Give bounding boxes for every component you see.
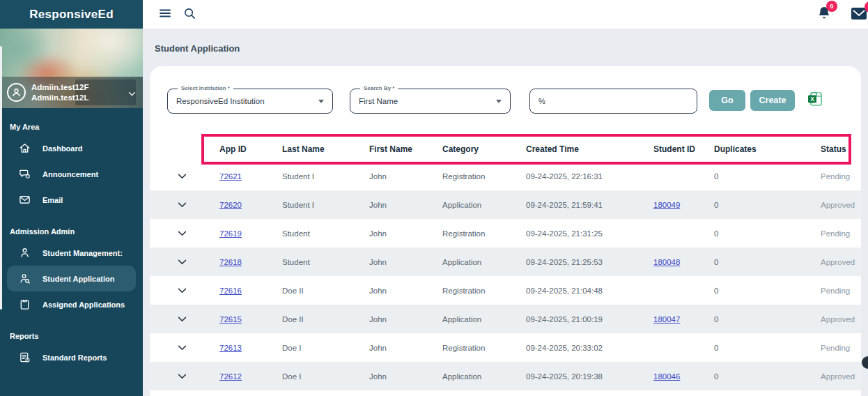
first-name-cell: John bbox=[355, 372, 428, 381]
chevron-down-icon bbox=[178, 345, 187, 351]
status-cell: Pending bbox=[807, 344, 861, 352]
first-name-cell: John bbox=[355, 258, 428, 266]
duplicates-cell: 0 bbox=[700, 229, 807, 238]
topbar: 0 3 bbox=[143, 0, 868, 29]
app-id-link[interactable]: 72612 bbox=[219, 372, 242, 381]
last-name-cell: Student I bbox=[268, 201, 355, 209]
created-time-cell: 09-24-2025, 21:59:41 bbox=[512, 201, 640, 209]
search-by-select[interactable]: Search By * First Name bbox=[350, 89, 511, 114]
excel-export-icon[interactable]: X bbox=[807, 91, 823, 107]
sidebar-item-dashboard[interactable]: Dashboard bbox=[7, 135, 136, 161]
row-expand-button[interactable] bbox=[150, 201, 206, 209]
created-time-cell: 09-24-2025, 22:16:31 bbox=[512, 172, 640, 181]
category-cell: Registration bbox=[428, 344, 512, 352]
go-button[interactable]: Go bbox=[709, 90, 745, 111]
created-time-cell: 09-24-2025, 21:00:19 bbox=[512, 315, 640, 323]
avatar bbox=[7, 83, 26, 102]
first-name-cell: John bbox=[355, 344, 428, 352]
student-id-link[interactable]: 180046 bbox=[653, 372, 680, 381]
duplicates-cell: 0 bbox=[700, 258, 807, 266]
last-name-cell: Doe I bbox=[268, 372, 355, 381]
last-name-cell: Doe I bbox=[268, 344, 355, 352]
app-id-link[interactable]: 72616 bbox=[219, 287, 242, 295]
app-id-link[interactable]: 72618 bbox=[219, 258, 242, 266]
sidebar-item-student-management[interactable]: Student Management: bbox=[7, 240, 136, 266]
col-header-last-name: Last Name bbox=[268, 144, 355, 154]
first-name-cell: John bbox=[355, 172, 428, 181]
row-expand-button[interactable] bbox=[150, 344, 206, 352]
duplicates-cell: 0 bbox=[700, 344, 807, 352]
edge-floating-button[interactable] bbox=[862, 356, 868, 369]
col-header-status: Status bbox=[807, 144, 861, 154]
search-query-input[interactable] bbox=[538, 97, 688, 105]
user-menu[interactable]: Admiin.test12F Admiin.test12L bbox=[0, 77, 143, 108]
user-name-line1: Admiin.test12F bbox=[31, 82, 88, 92]
col-header-app-id: App ID bbox=[206, 144, 268, 154]
app-id-link[interactable]: 72615 bbox=[219, 315, 242, 323]
chevron-down-icon bbox=[178, 259, 187, 265]
notifications-button[interactable]: 0 bbox=[817, 6, 831, 24]
row-expand-button[interactable] bbox=[150, 258, 206, 266]
chevron-down-icon bbox=[178, 231, 187, 236]
last-name-cell: Doe II bbox=[268, 287, 355, 295]
chevron-down-icon bbox=[178, 174, 187, 179]
notifications-badge: 0 bbox=[826, 1, 837, 12]
sidebar-item-student-application[interactable]: Student Application bbox=[7, 266, 136, 291]
app-id-link[interactable]: 72619 bbox=[219, 229, 242, 238]
hamburger-menu-icon[interactable] bbox=[158, 6, 172, 23]
created-time-cell: 09-24-2025, 21:31:25 bbox=[512, 229, 640, 238]
sidebar-item-label: Email bbox=[42, 196, 63, 204]
sidebar-item-label: Dashboard bbox=[42, 144, 82, 153]
created-time-cell: 09-24-2025, 20:33:02 bbox=[512, 344, 640, 352]
row-expand-button[interactable] bbox=[150, 229, 206, 238]
student-id-link[interactable]: 180047 bbox=[653, 315, 680, 323]
table-header-row: App ID Last Name First Name Category Cre… bbox=[150, 137, 861, 162]
last-name-cell: Student bbox=[268, 229, 355, 238]
search-by-select-label: Search By * bbox=[360, 85, 398, 91]
table-row: 72620 Student I John Application 09-24-2… bbox=[150, 190, 861, 219]
search-icon[interactable] bbox=[183, 7, 196, 23]
sidebar-item-label: Announcement bbox=[42, 170, 98, 178]
row-expand-button[interactable] bbox=[150, 287, 206, 295]
sidebar-item-email[interactable]: Email bbox=[7, 187, 136, 213]
chevron-down-icon[interactable] bbox=[128, 86, 136, 99]
table-row: 72613 Doe I John Registration 09-24-2025… bbox=[150, 333, 861, 362]
category-cell: Registration bbox=[428, 229, 512, 238]
table-row: 72618 Student John Application 09-24-202… bbox=[150, 247, 861, 276]
last-name-cell: Student I bbox=[268, 172, 355, 181]
sidebar-item-label: Student Application bbox=[42, 275, 114, 283]
category-cell: Application bbox=[428, 315, 512, 323]
sidebar-scrollbar[interactable] bbox=[0, 46, 2, 310]
institution-select[interactable]: Select Institution * ResponsiveEd Instit… bbox=[167, 89, 333, 114]
sidebar-nav: My Area Dashboard Announcement Email Adm… bbox=[0, 123, 143, 370]
category-cell: Registration bbox=[428, 287, 512, 295]
row-expand-button[interactable] bbox=[150, 372, 206, 381]
status-cell: Approved bbox=[807, 201, 861, 209]
home-icon bbox=[19, 142, 31, 154]
col-header-student-id: Student ID bbox=[640, 144, 700, 154]
sidebar-item-assigned-applications[interactable]: Assigned Applications bbox=[7, 291, 136, 317]
row-expand-button[interactable] bbox=[150, 172, 206, 181]
table-row: 72612 Doe I John Application 09-24-2025,… bbox=[150, 362, 861, 390]
section-label-admission-admin: Admission Admin bbox=[10, 227, 133, 236]
duplicates-cell: 0 bbox=[700, 315, 807, 323]
col-header-category: Category bbox=[428, 144, 512, 154]
app-id-link[interactable]: 72620 bbox=[219, 201, 242, 209]
category-cell: Application bbox=[428, 372, 512, 381]
app-id-link[interactable]: 72621 bbox=[219, 172, 242, 181]
sidebar-item-standard-reports[interactable]: Standard Reports bbox=[7, 344, 136, 370]
table-row: 72615 Doe II John Application 09-24-2025… bbox=[150, 305, 861, 333]
app-id-link[interactable]: 72613 bbox=[219, 344, 242, 352]
student-id-link[interactable]: 180048 bbox=[653, 258, 680, 266]
status-cell: Approved bbox=[807, 315, 861, 323]
student-id-link[interactable]: 180049 bbox=[653, 201, 680, 209]
create-button[interactable]: Create bbox=[750, 90, 795, 111]
section-label-my-area: My Area bbox=[10, 123, 133, 131]
content-card: Select Institution * ResponsiveEd Instit… bbox=[150, 66, 861, 396]
dropdown-arrow-icon bbox=[318, 100, 324, 103]
sidebar-item-announcement[interactable]: Announcement bbox=[7, 161, 136, 187]
status-cell: Pending bbox=[807, 287, 861, 295]
messages-button[interactable]: 3 bbox=[851, 7, 867, 23]
category-cell: Registration bbox=[428, 172, 512, 181]
row-expand-button[interactable] bbox=[150, 315, 206, 323]
